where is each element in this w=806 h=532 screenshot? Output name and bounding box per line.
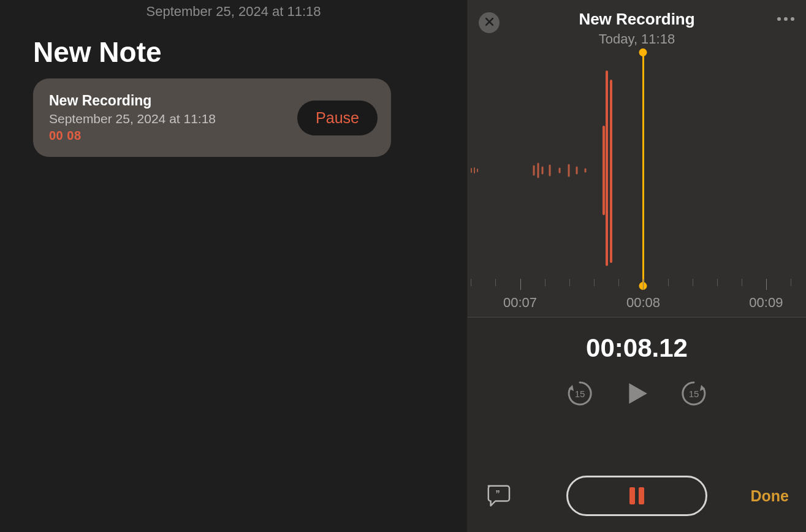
speech-bubble-quote-icon: ”: [485, 500, 511, 509]
playback-controls: 00:08.12 15: [468, 317, 806, 532]
timeline-time-label: 00:09: [749, 295, 783, 311]
voice-recorder-pane: New Recording Today, 11:18: [468, 0, 806, 532]
timeline-time-label: 00:07: [503, 295, 537, 311]
ellipsis-icon: [777, 15, 795, 24]
note-editor-pane: September 25, 2024 at 11:18 New Note New…: [0, 0, 468, 532]
pause-icon: [639, 487, 644, 504]
pause-icon: [629, 487, 635, 504]
pause-button[interactable]: Pause: [297, 101, 378, 135]
waveform-timeline[interactable]: 00:0700:0800:09: [468, 47, 806, 317]
elapsed-time: 00:08.12: [586, 333, 688, 363]
recording-attachment-card[interactable]: New Recording September 25, 2024 at 11:1…: [33, 78, 391, 157]
timeline-labels: 00:0700:0800:09: [468, 295, 806, 313]
skip-forward-15-button[interactable]: 15: [679, 379, 709, 410]
svg-point-2: [791, 17, 794, 21]
note-title[interactable]: New Note: [33, 36, 467, 69]
more-options-button[interactable]: [777, 15, 795, 24]
note-header-date: September 25, 2024 at 11:18: [0, 0, 467, 20]
skip-back-icon: 15: [565, 379, 595, 410]
recording-card-title: New Recording: [49, 93, 216, 109]
play-icon: [624, 381, 650, 408]
play-button[interactable]: [624, 381, 650, 408]
close-icon: [485, 17, 494, 28]
recording-card-text: New Recording September 25, 2024 at 11:1…: [49, 93, 216, 143]
transcript-button[interactable]: ”: [485, 484, 511, 509]
svg-point-1: [784, 17, 788, 21]
svg-point-0: [777, 17, 781, 21]
skip-back-15-button[interactable]: 15: [565, 379, 595, 410]
waveform-icon: [468, 47, 806, 317]
skip-forward-icon: 15: [679, 379, 709, 410]
done-button[interactable]: Done: [751, 487, 789, 505]
playhead-indicator[interactable]: [642, 52, 644, 286]
timeline-ticks: [468, 279, 806, 291]
recorder-title: New Recording: [515, 10, 758, 29]
pause-recording-button[interactable]: [566, 476, 707, 516]
recorder-subtitle: Today, 11:18: [515, 31, 758, 47]
svg-text:”: ”: [495, 488, 500, 498]
recording-card-date: September 25, 2024 at 11:18: [49, 112, 216, 126]
svg-text:15: 15: [575, 389, 585, 399]
svg-text:15: 15: [689, 389, 699, 399]
close-button[interactable]: [479, 12, 500, 33]
recording-card-elapsed: 00 08: [49, 129, 216, 143]
timeline-time-label: 00:08: [626, 295, 660, 311]
